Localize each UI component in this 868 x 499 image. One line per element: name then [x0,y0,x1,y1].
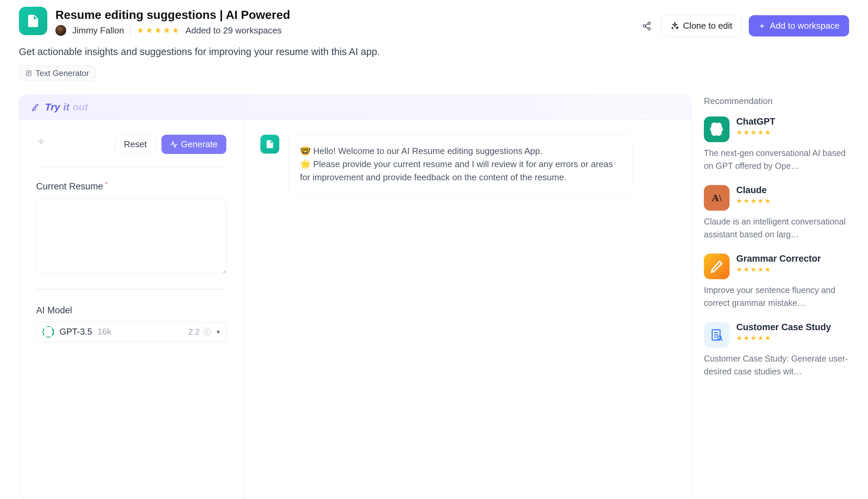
svg-line-3 [646,26,648,28]
tryout-card: Try it out [19,95,692,499]
grammar-icon [704,254,730,279]
svg-line-4 [646,24,648,25]
document-icon [25,70,32,77]
assistant-message: 🤓 Hello! Welcome to our AI Resume editin… [288,135,632,194]
app-description: Get actionable insights and suggestions … [19,46,849,57]
clone-to-edit-button[interactable]: Clone to edit [661,15,742,37]
rec-rating: ★★★★★ [736,197,771,204]
recommendation-item-chatgpt[interactable]: ChatGPT ★★★★★ The next-gen conversationa… [704,117,849,172]
rating-stars: ★★★★★ [137,26,179,34]
author-avatar [56,25,66,36]
category-tag[interactable]: Text Generator [19,65,96,81]
current-resume-input[interactable] [36,198,226,273]
assistant-avatar [261,135,279,154]
chevron-down-icon: ▾ [217,328,220,336]
sparkle-decoration-icon [36,138,46,150]
author-name: Jimmy Fallon [72,25,124,36]
add-label: Add to workspace [770,21,840,31]
rec-name: Customer Case Study [736,322,831,332]
model-version: 16k [98,327,111,337]
recommendation-item-grammar[interactable]: Grammar Corrector ★★★★★ Improve your sen… [704,254,849,309]
tryout-out: out [73,102,88,113]
rec-name: Claude [736,185,771,195]
rec-desc: Improve your sentence fluency and correc… [704,284,849,309]
claude-icon: A\ [704,185,730,211]
rec-desc: Claude is an intelligent conversational … [704,216,849,241]
rec-name: Grammar Corrector [736,254,821,264]
credits-icon: C [203,328,211,336]
app-logo [19,7,47,35]
tryout-header: Try it out [19,95,691,120]
case-study-icon [704,322,730,348]
sidebar-title: Recommendation [704,96,849,106]
rec-name: ChatGPT [736,117,775,127]
recommendation-item-case-study[interactable]: Customer Case Study ★★★★★ Customer Case … [704,322,849,378]
tryout-try: Try [45,102,60,113]
bolt-icon [170,141,178,148]
chatgpt-icon [704,117,730,142]
clone-label: Clone to edit [683,21,732,31]
rec-desc: Customer Case Study: Generate user-desir… [704,352,849,378]
workspace-count: Added to 29 workspaces [185,25,282,36]
model-name: GPT-3.5 [59,327,92,337]
add-to-workspace-button[interactable]: Add to workspace [749,15,849,36]
tag-label: Text Generator [35,69,89,78]
model-cost: 2.2 [189,327,200,337]
generate-button[interactable]: Generate [161,135,226,154]
rec-rating: ★★★★★ [736,266,821,273]
recommendation-sidebar: Recommendation ChatGPT ★★★★★ The next-ge… [704,95,849,499]
separator [130,26,131,35]
share-button[interactable] [639,19,654,34]
rec-desc: The next-gen conversational AI based on … [704,147,849,172]
rec-rating: ★★★★★ [736,129,775,136]
plus-icon [758,22,765,30]
form-divider [36,289,226,290]
ai-model-label: AI Model [36,305,226,316]
reset-button[interactable]: Reset [115,135,156,154]
svg-line-16 [721,339,722,341]
form-pane: Reset Generate Current Resume [19,120,243,499]
sparkle-icon [671,22,679,30]
page-title: Resume editing suggestions | AI Powered [56,8,290,22]
recommendation-item-claude[interactable]: A\ Claude ★★★★★ Claude is an intelligent… [704,185,849,241]
openai-logo-icon [43,326,54,338]
rocket-icon [32,103,40,112]
rec-rating: ★★★★★ [736,334,831,341]
chat-pane: 🤓 Hello! Welcome to our AI Resume editin… [243,120,691,499]
ai-model-select[interactable]: GPT-3.5 16k 2.2 C ▾ [36,322,226,342]
resume-field-label: Current Resume * [36,181,226,192]
required-indicator: * [105,181,108,188]
tryout-it: it [63,102,70,113]
